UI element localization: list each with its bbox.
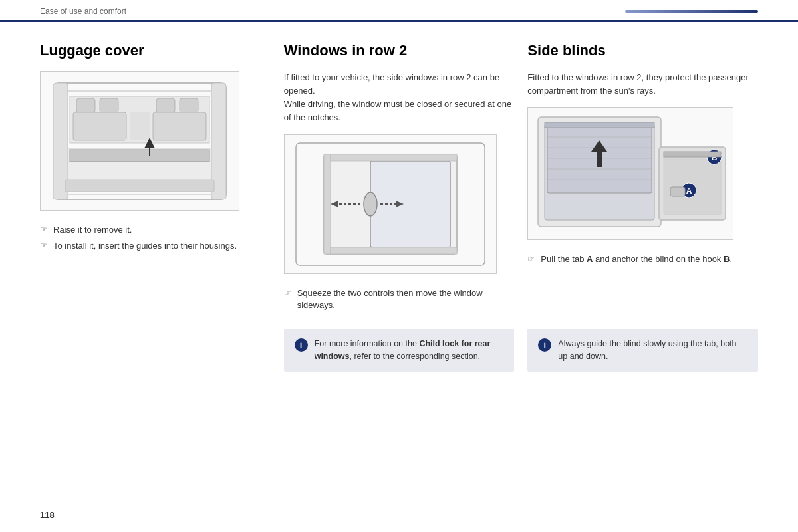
svg-rect-6 bbox=[180, 98, 198, 113]
svg-rect-46 bbox=[664, 152, 721, 157]
side-blinds-title: Side blinds bbox=[527, 42, 758, 59]
svg-rect-45 bbox=[670, 187, 685, 196]
side-blinds-info-text: Always guide the blind slowly using the … bbox=[558, 338, 747, 363]
windows-row2-title: Windows in row 2 bbox=[284, 42, 515, 59]
luggage-cover-title: Luggage cover bbox=[40, 42, 271, 59]
windows-row2-column: Windows in row 2 If fitted to your vehic… bbox=[284, 42, 515, 372]
header-accent-line bbox=[625, 10, 758, 13]
side-blinds-info-icon: i bbox=[538, 338, 551, 352]
windows-info-text: For more information on the Child lock f… bbox=[315, 338, 504, 363]
windows-info-box: i For more information on the Child lock… bbox=[284, 329, 515, 372]
section-label: Ease of use and comfort bbox=[40, 7, 625, 16]
blind-svg: B A bbox=[533, 110, 729, 237]
svg-rect-8 bbox=[153, 112, 206, 140]
window-illustration bbox=[284, 134, 497, 274]
luggage-bullet-2: To install it, insert the guides into th… bbox=[40, 240, 271, 252]
svg-text:A: A bbox=[686, 186, 692, 196]
luggage-cover-column: Luggage cover bbox=[40, 42, 271, 372]
side-blinds-bullets: Pull the tab A and anchor the blind on t… bbox=[527, 253, 758, 269]
side-blinds-info-box: i Always guide the blind slowly using th… bbox=[527, 329, 758, 372]
side-blinds-column: Side blinds Fitted to the windows in row… bbox=[527, 42, 758, 372]
page-number: 118 bbox=[40, 510, 55, 520]
side-blind-bullet-1: Pull the tab A and anchor the blind on t… bbox=[527, 253, 758, 265]
svg-rect-5 bbox=[156, 98, 175, 113]
luggage-cover-bullets: Raise it to remove it. To install it, in… bbox=[40, 224, 271, 256]
side-blind-illustration: B A bbox=[527, 107, 733, 240]
windows-row2-body: If fitted to your vehicle, the side wind… bbox=[284, 71, 515, 125]
windows-info-icon: i bbox=[295, 338, 308, 352]
window-svg bbox=[291, 138, 490, 271]
main-content: Luggage cover bbox=[0, 22, 798, 392]
svg-rect-16 bbox=[65, 180, 214, 192]
svg-rect-25 bbox=[324, 154, 331, 254]
svg-rect-11 bbox=[70, 150, 209, 162]
luggage-bullet-1: Raise it to remove it. bbox=[40, 224, 271, 236]
luggage-cover-illustration bbox=[40, 71, 239, 211]
svg-rect-3 bbox=[76, 98, 95, 113]
svg-rect-27 bbox=[331, 247, 457, 254]
luggage-cover-svg bbox=[47, 76, 233, 206]
svg-rect-4 bbox=[100, 98, 118, 113]
svg-rect-9 bbox=[130, 112, 150, 140]
svg-rect-38 bbox=[545, 122, 654, 128]
windows-bullet-1: Squeeze the two controls then move the w… bbox=[284, 287, 515, 311]
side-blinds-body: Fitted to the windows in row 2, they pro… bbox=[527, 71, 758, 98]
svg-rect-7 bbox=[73, 112, 126, 140]
windows-bullets: Squeeze the two controls then move the w… bbox=[284, 287, 515, 315]
header: Ease of use and comfort bbox=[0, 0, 798, 22]
svg-point-20 bbox=[364, 192, 377, 216]
svg-rect-26 bbox=[331, 154, 457, 161]
